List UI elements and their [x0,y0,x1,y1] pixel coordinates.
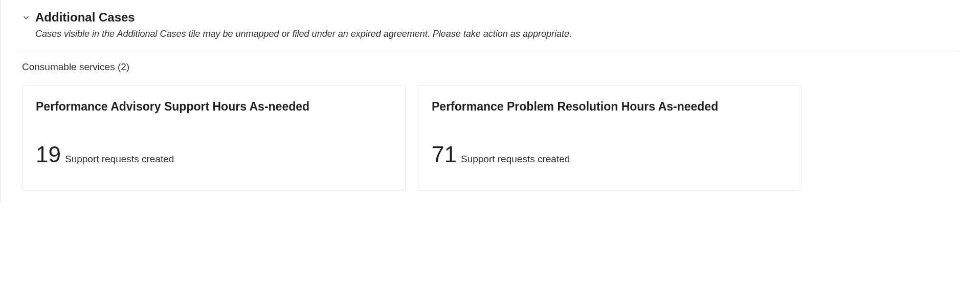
divider [16,52,960,52]
section-subtitle: Cases visible in the Additional Cases ti… [35,29,960,39]
card-title: Performance Advisory Support Hours As-ne… [36,100,392,114]
section-title: Additional Cases [35,10,135,25]
chevron-down-icon [22,13,30,21]
metric-value: 71 [432,143,457,166]
metric-label: Support requests created [461,154,570,165]
service-card[interactable]: Performance Advisory Support Hours As-ne… [22,85,406,191]
section-header-toggle[interactable]: Additional Cases [16,10,960,25]
card-metric: 71 Support requests created [432,143,788,166]
cards-container: Performance Advisory Support Hours As-ne… [16,85,960,191]
card-title: Performance Problem Resolution Hours As-… [432,100,788,114]
metric-value: 19 [36,143,61,166]
metric-label: Support requests created [65,154,174,165]
subsection-title: Consumable services (2) [22,61,960,73]
service-card[interactable]: Performance Problem Resolution Hours As-… [418,85,801,191]
card-metric: 19 Support requests created [36,143,392,166]
